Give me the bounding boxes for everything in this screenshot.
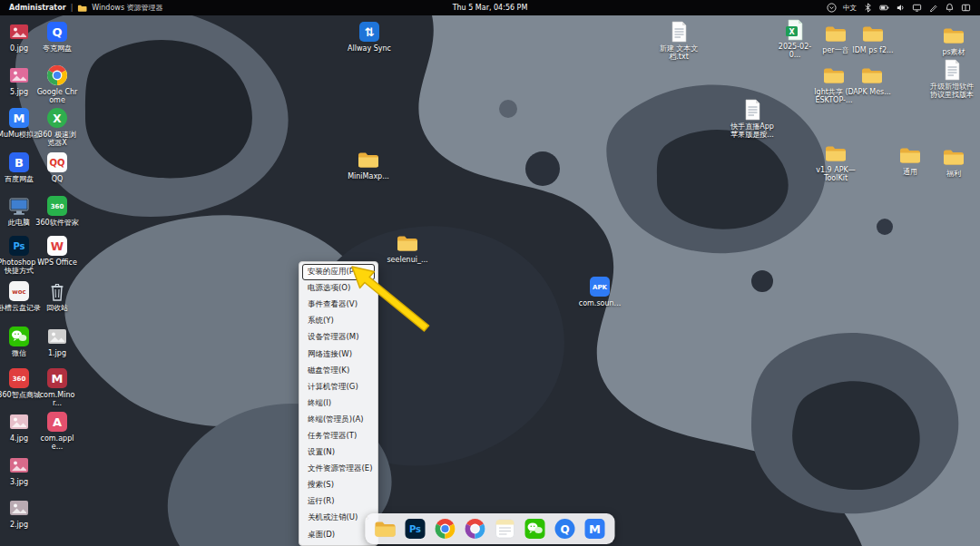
desktop-icon-1-jpg[interactable]: 1.jpg [35, 325, 79, 357]
5-jpg-icon [7, 63, 31, 87]
desktop-icon-upgrade-note[interactable]: 升级新增软件 协议里找版本 [930, 58, 974, 99]
menu-item-label: 文件资源管理器(E) [308, 463, 373, 474]
desktop-icon-label: ps素材 [942, 48, 965, 56]
dock-item-mumu[interactable]: M [583, 517, 607, 541]
recycle-bin-icon [45, 279, 69, 303]
current-user-label: Administrator [9, 4, 66, 12]
tray-volume-icon[interactable] [896, 3, 906, 13]
desktop-icon-label: WPS Office [37, 258, 77, 267]
desktop-icon-allway-sync[interactable]: ⇅Allway Sync [348, 20, 391, 53]
desktop-icon-folder-idm[interactable]: IDM ps f2... [851, 22, 895, 54]
menu-item-shutdown-signout[interactable]: 关机或注销(U)› [302, 510, 375, 526]
desktop-icon-wps-office[interactable]: WWPS Office [35, 234, 79, 267]
desktop-icon-label: 此电脑 [8, 219, 30, 227]
menu-item-terminal[interactable]: 终端(I) [302, 395, 375, 412]
svg-text:A: A [53, 415, 62, 429]
dock-item-chrome[interactable] [434, 517, 457, 541]
menu-item-search[interactable]: 搜索(S) [302, 477, 375, 493]
menu-item-system[interactable]: 系统(Y) [302, 313, 375, 329]
desktop-icon-folder-minimax[interactable]: MiniMaxp... [347, 148, 390, 180]
desktop-icon-label: 升级新增软件 协议里找版本 [930, 83, 974, 99]
desktop-icon-recycle-bin[interactable]: 回收站 [35, 279, 79, 312]
desktop-icon-folder-fuli[interactable]: 福利 [932, 145, 975, 178]
menu-item-event-viewer[interactable]: 事件查看器(V) [302, 297, 375, 313]
svg-text:M: M [589, 522, 601, 536]
desktop-icon-2-jpg[interactable]: 2.jpg [0, 496, 41, 529]
menu-item-file-explorer[interactable]: 文件资源管理器(E) [302, 461, 375, 477]
desktop-icon-label: 百度网盘 [5, 175, 34, 183]
tray-pen-icon[interactable] [928, 3, 938, 13]
360-software-manager-icon: 360 [45, 194, 69, 218]
desktop-icon-folder-lght-share[interactable]: lght共享 (DESKTOP-... [812, 63, 856, 104]
desktop-icon-excel-2025[interactable]: X2025-02-0... [773, 18, 817, 59]
desktop-icon-3-jpg[interactable]: 3.jpg [0, 453, 41, 486]
desktop-icon-label: com.Minor... [35, 391, 79, 407]
desktop-icon-new-text-doc[interactable]: 新建 文本文档.txt [657, 20, 701, 61]
wps-office-icon: W [45, 234, 69, 258]
desktop-icon-label: APK Mes... [853, 88, 891, 96]
menu-item-disk-management[interactable]: 磁盘管理(K) [302, 363, 375, 379]
photoshop-icon: Ps [404, 517, 427, 541]
desktop-icon-folder-tongyong[interactable]: 通用 [888, 143, 932, 176]
kuaishou-note-icon [740, 98, 764, 122]
folder-apk-mes-icon [860, 63, 884, 87]
folder-minimax-icon [357, 148, 380, 171]
tray-display-icon[interactable] [912, 3, 922, 13]
desktop-icon-folder-apk-mes[interactable]: APK Mes... [850, 63, 894, 96]
menu-item-label: 设置(N) [308, 447, 335, 458]
desktop-icon-label: 通用 [903, 168, 917, 176]
taskbar-left: Administrator | Windows 资源管理器 [9, 3, 163, 13]
menu-item-power-options[interactable]: 电源选项(O) [302, 280, 375, 297]
tray-battery-icon[interactable] [879, 3, 889, 13]
finder-folder-icon [374, 517, 397, 541]
menu-item-task-manager[interactable]: 任务管理器(T) [302, 428, 375, 444]
allway-sync-icon: ⇅ [358, 20, 381, 44]
desktop-icon-label: seelenui_... [387, 256, 427, 264]
folder-idm-icon [861, 22, 885, 45]
svg-text:Ps: Ps [13, 241, 24, 251]
menu-item-network-connections[interactable]: 网络连接(W) [302, 346, 375, 362]
upgrade-note-icon [940, 58, 964, 82]
desktop-icon-kuaishou-note[interactable]: 快手直播App 苹果版是按... [730, 98, 774, 139]
desktop-icon-360-software-manager[interactable]: 360360软件管家 [35, 194, 79, 227]
desktop-icon-com-apple[interactable]: Acom.apple... [35, 410, 79, 451]
svg-text:woc: woc [12, 288, 25, 296]
desktop-icon-qq[interactable]: QQQQ [35, 151, 79, 183]
desktop-icon-label: com.soun... [579, 299, 621, 307]
menu-item-run[interactable]: 运行(R) [302, 493, 375, 510]
2-jpg-icon [7, 496, 31, 520]
desktop-icon-label: com.apple... [35, 434, 79, 451]
desktop-icon-folder-seelenui[interactable]: seelenui_... [386, 231, 429, 264]
menu-item-installed-apps[interactable]: 安装的应用(P) [302, 264, 375, 280]
desktop-icon-com-soun-apk[interactable]: APKcom.soun... [578, 275, 622, 307]
desktop-icon-folder-v19-toolkit[interactable]: v1.9 APK—ToolKit [814, 141, 858, 182]
desktop-icon-label: Google Chrome [35, 88, 79, 104]
desktop-icon-360-speed-browser[interactable]: X360 极速浏览器X [35, 106, 79, 147]
wechat-icon [7, 325, 31, 348]
menu-item-desktop[interactable]: 桌面(D) [302, 527, 375, 543]
dock-item-notes[interactable] [494, 517, 517, 541]
menu-item-settings[interactable]: 设置(N) [302, 444, 375, 461]
tray-chevron-down-circle-icon[interactable] [827, 3, 837, 13]
tray-layout-icon[interactable] [961, 3, 971, 13]
desktop-icon-com-minor[interactable]: Mcom.Minor... [35, 366, 79, 407]
dock-item-browser-colorful[interactable] [464, 517, 487, 541]
menu-item-device-manager[interactable]: 设备管理器(M) [302, 329, 375, 346]
tray-language[interactable]: 中文 [843, 5, 857, 12]
desktop-icon-label: QQ [52, 175, 64, 183]
svg-text:360: 360 [51, 203, 64, 210]
menu-item-terminal-admin[interactable]: 终端(管理员)(A) [302, 412, 375, 428]
desktop-icon-folder-ps[interactable]: ps素材 [932, 24, 975, 56]
dock-item-finder-folder[interactable] [374, 517, 397, 541]
menu-item-label: 关机或注销(U) [308, 512, 358, 523]
menu-item-label: 安装的应用(P) [308, 267, 357, 278]
tray-bell-icon[interactable] [945, 3, 955, 13]
desktop-icon-quark-netdisk[interactable]: Q夸克网盘 [35, 20, 79, 53]
dock-item-quark[interactable]: Q [554, 517, 577, 541]
tray-bluetooth-icon[interactable] [863, 3, 873, 13]
desktop-icon-google-chrome[interactable]: Google Chrome [35, 63, 79, 104]
dock-item-wechat[interactable] [524, 517, 547, 541]
dock-item-photoshop[interactable]: Ps [404, 517, 427, 541]
menu-item-computer-management[interactable]: 计算机管理(G) [302, 379, 375, 395]
folder-v19-toolkit-icon [824, 141, 848, 165]
